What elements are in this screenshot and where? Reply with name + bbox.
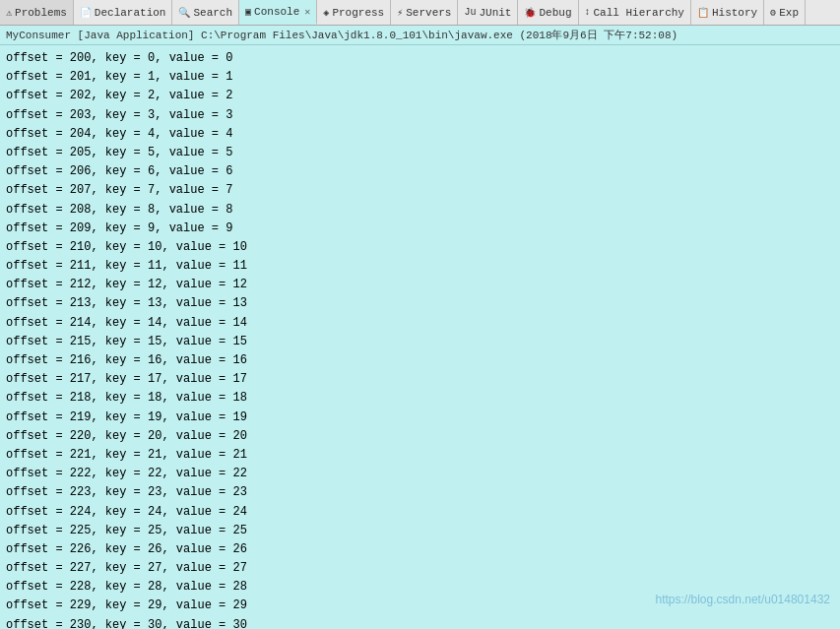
console-line: offset = 215, key = 15, value = 15 xyxy=(6,333,834,351)
tab-declaration[interactable]: 📄Declaration xyxy=(74,0,173,25)
console-line: offset = 209, key = 9, value = 9 xyxy=(6,220,834,238)
debug-icon: 🐞 xyxy=(524,7,536,19)
console-line: offset = 201, key = 1, value = 1 xyxy=(6,68,834,87)
history-icon: 📋 xyxy=(697,7,709,19)
console-line: offset = 230, key = 30, value = 30 xyxy=(6,616,834,629)
console-line: offset = 227, key = 27, value = 27 xyxy=(6,559,834,578)
tab-console[interactable]: ▣Console✕ xyxy=(239,0,317,25)
tab-label-progress: Progress xyxy=(332,7,384,19)
tab-label-junit: JUnit xyxy=(479,7,511,19)
tab-label-search: Search xyxy=(193,7,232,19)
tab-label-problems: Problems xyxy=(15,7,67,19)
tab-label-servers: Servers xyxy=(406,7,451,19)
tab-label-exp: Exp xyxy=(779,7,799,19)
problems-icon: ⚠ xyxy=(6,7,12,19)
callhierarchy-icon: ↕ xyxy=(585,7,591,18)
console-line: offset = 214, key = 14, value = 14 xyxy=(6,314,834,333)
console-line: offset = 211, key = 11, value = 11 xyxy=(6,257,834,276)
tab-exp[interactable]: ⚙Exp xyxy=(764,0,806,25)
console-line: offset = 220, key = 20, value = 20 xyxy=(6,427,834,446)
console-line: offset = 226, key = 26, value = 26 xyxy=(6,540,834,559)
tab-servers[interactable]: ⚡Servers xyxy=(391,0,458,25)
console-line: offset = 202, key = 2, value = 2 xyxy=(6,87,834,105)
console-line: offset = 204, key = 4, value = 4 xyxy=(6,125,834,144)
console-line: offset = 225, key = 25, value = 25 xyxy=(6,522,834,540)
console-line: offset = 207, key = 7, value = 7 xyxy=(6,181,834,200)
tab-junit[interactable]: JuJUnit xyxy=(458,0,518,25)
console-line: offset = 221, key = 21, value = 21 xyxy=(6,446,834,465)
tab-problems[interactable]: ⚠Problems xyxy=(0,0,74,25)
console-line: offset = 228, key = 28, value = 28 xyxy=(6,578,834,597)
tab-close-console[interactable]: ✕ xyxy=(304,6,310,18)
console-line: offset = 216, key = 16, value = 16 xyxy=(6,351,834,370)
console-line: offset = 223, key = 23, value = 23 xyxy=(6,483,834,502)
console-line: offset = 219, key = 19, value = 19 xyxy=(6,409,834,427)
console-line: offset = 224, key = 24, value = 24 xyxy=(6,503,834,522)
console-icon: ▣ xyxy=(245,6,251,18)
declaration-icon: 📄 xyxy=(80,7,92,19)
search-icon: 🔍 xyxy=(178,7,190,19)
console-line: offset = 212, key = 12, value = 12 xyxy=(6,276,834,294)
console-line: offset = 217, key = 17, value = 17 xyxy=(6,370,834,389)
tab-label-declaration: Declaration xyxy=(95,7,166,19)
tab-bar: ⚠Problems📄Declaration🔍Search▣Console✕◈Pr… xyxy=(0,0,840,26)
console-output[interactable]: offset = 200, key = 0, value = 0offset =… xyxy=(0,45,840,629)
console-line: offset = 210, key = 10, value = 10 xyxy=(6,238,834,257)
servers-icon: ⚡ xyxy=(397,7,403,19)
tab-label-debug: Debug xyxy=(539,7,571,19)
console-line: offset = 203, key = 3, value = 3 xyxy=(6,106,834,125)
path-bar: MyConsumer [Java Application] C:\Program… xyxy=(0,26,840,45)
tab-history[interactable]: 📋History xyxy=(691,0,764,25)
console-line: offset = 229, key = 29, value = 29 xyxy=(6,597,834,615)
console-line: offset = 205, key = 5, value = 5 xyxy=(6,144,834,162)
console-line: offset = 213, key = 13, value = 13 xyxy=(6,294,834,313)
console-line: offset = 208, key = 8, value = 8 xyxy=(6,201,834,220)
tab-debug[interactable]: 🐞Debug xyxy=(518,0,578,25)
console-line: offset = 206, key = 6, value = 6 xyxy=(6,162,834,181)
junit-icon: Ju xyxy=(464,7,476,18)
tab-search[interactable]: 🔍Search xyxy=(172,0,239,25)
tab-label-console: Console xyxy=(254,6,299,18)
console-line: offset = 222, key = 22, value = 22 xyxy=(6,465,834,483)
tab-callhierarchy[interactable]: ↕Call Hierarchy xyxy=(579,0,691,25)
path-text: MyConsumer [Java Application] C:\Program… xyxy=(6,28,678,42)
console-line: offset = 200, key = 0, value = 0 xyxy=(6,49,834,68)
progress-icon: ◈ xyxy=(323,7,329,19)
tab-progress[interactable]: ◈Progress xyxy=(317,0,391,25)
console-line: offset = 218, key = 18, value = 18 xyxy=(6,389,834,408)
tab-label-history: History xyxy=(712,7,757,19)
tab-label-callhierarchy: Call Hierarchy xyxy=(594,7,684,19)
exp-icon: ⚙ xyxy=(770,7,776,19)
